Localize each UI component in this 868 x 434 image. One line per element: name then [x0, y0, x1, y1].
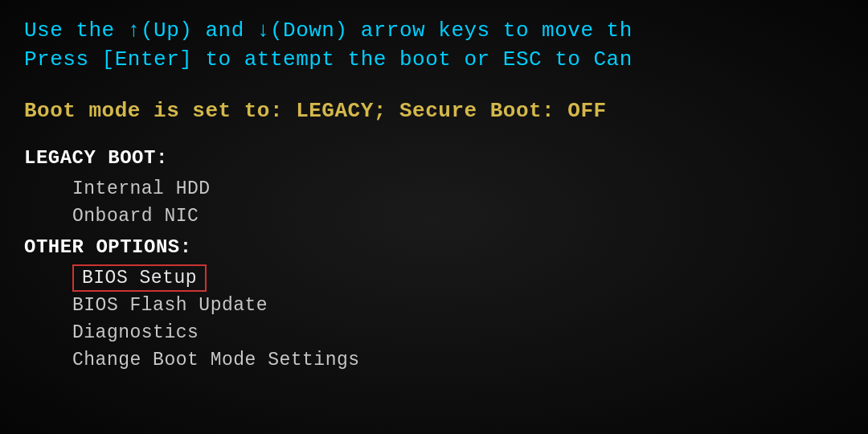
other-option-bios-flash[interactable]: BIOS Flash Update [24, 292, 844, 319]
other-options-section: OTHER OPTIONS: BIOS Setup BIOS Flash Upd… [24, 236, 844, 374]
other-options-header: OTHER OPTIONS: [24, 236, 844, 258]
boot-mode-status: Boot mode is set to: LEGACY; Secure Boot… [24, 99, 844, 123]
legacy-boot-header: LEGACY BOOT: [24, 147, 844, 169]
instruction-line-1: Use the ↑(Up) and ↓(Down) arrow keys to … [24, 16, 844, 45]
bios-screen: Use the ↑(Up) and ↓(Down) arrow keys to … [0, 0, 868, 434]
other-option-change-boot-mode[interactable]: Change Boot Mode Settings [24, 346, 844, 374]
instruction-line-2: Press [Enter] to attempt the boot or ESC… [24, 45, 844, 74]
legacy-boot-section: LEGACY BOOT: Internal HDD Onboard NIC [24, 147, 844, 230]
other-options-items: BIOS Setup BIOS Flash Update Diagnostics… [24, 264, 844, 374]
other-option-bios-setup[interactable]: BIOS Setup [72, 264, 207, 292]
header-section: Use the ↑(Up) and ↓(Down) arrow keys to … [24, 16, 844, 75]
legacy-boot-item-hdd[interactable]: Internal HDD [24, 175, 844, 203]
legacy-boot-item-nic[interactable]: Onboard NIC [24, 203, 844, 230]
other-option-diagnostics[interactable]: Diagnostics [24, 319, 844, 346]
